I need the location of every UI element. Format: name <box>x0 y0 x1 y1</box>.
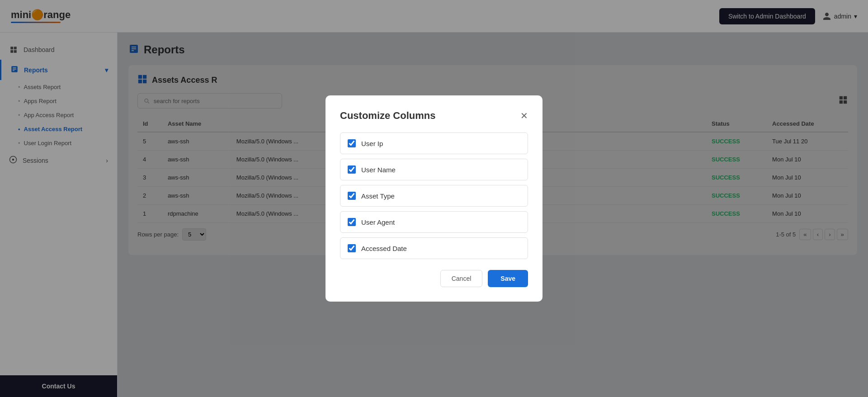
checkbox-row-asset-type: Asset Type <box>340 185 528 207</box>
cancel-button[interactable]: Cancel <box>440 270 483 287</box>
user-agent-checkbox[interactable] <box>348 218 356 226</box>
user-name-checkbox[interactable] <box>348 165 356 174</box>
modal-close-button[interactable]: ✕ <box>520 110 528 121</box>
user-ip-label: User Ip <box>361 140 383 147</box>
accessed-date-label: Accessed Date <box>361 245 407 252</box>
customize-columns-modal: Customize Columns ✕ User Ip User Name As… <box>326 95 542 302</box>
modal-overlay: Customize Columns ✕ User Ip User Name As… <box>0 0 868 397</box>
accessed-date-checkbox[interactable] <box>348 244 356 252</box>
user-name-label: User Name <box>361 166 396 174</box>
asset-type-label: Asset Type <box>361 192 395 200</box>
checkbox-row-accessed-date: Accessed Date <box>340 237 528 259</box>
user-ip-checkbox[interactable] <box>348 139 356 147</box>
modal-footer: Cancel Save <box>340 270 528 287</box>
asset-type-checkbox[interactable] <box>348 192 356 200</box>
checkbox-row-user-ip: User Ip <box>340 132 528 154</box>
checkbox-row-user-agent: User Agent <box>340 211 528 233</box>
modal-title: Customize Columns <box>340 110 435 122</box>
modal-header: Customize Columns ✕ <box>340 110 528 122</box>
user-agent-label: User Agent <box>361 218 395 226</box>
checkbox-row-user-name: User Name <box>340 159 528 180</box>
save-button[interactable]: Save <box>488 270 528 287</box>
